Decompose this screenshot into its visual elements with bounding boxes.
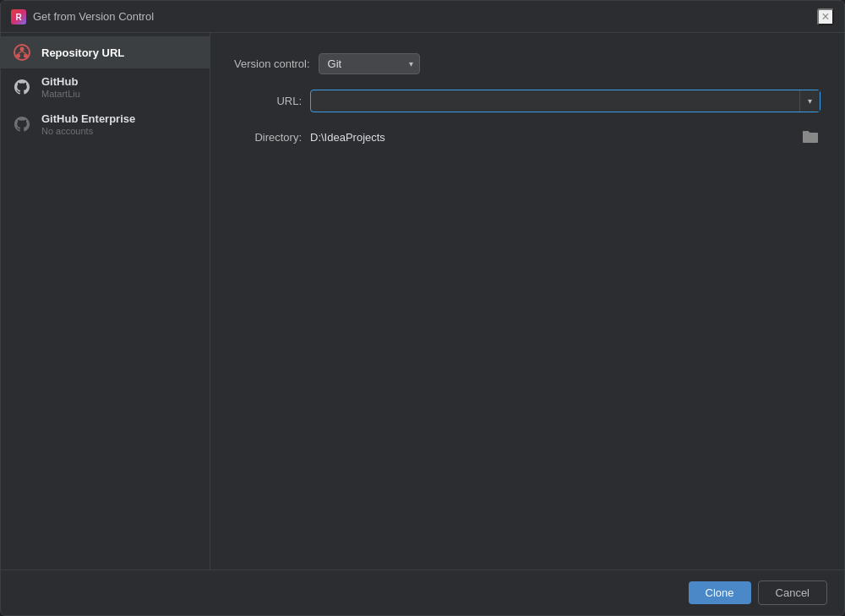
svg-point-4: [16, 54, 20, 58]
sidebar-item-github-content: GitHub MatartLiu: [41, 75, 80, 99]
sidebar-item-github-title: GitHub: [41, 75, 80, 88]
rider-icon: R: [11, 9, 26, 25]
url-input-wrapper: ▾: [310, 90, 820, 112]
dialog: R Get from Version Control ×: [0, 0, 845, 616]
github-enterprise-icon: [13, 115, 31, 134]
url-dropdown-button[interactable]: ▾: [799, 90, 820, 112]
version-control-select-wrapper: Git Mercurial Subversion ▾: [319, 53, 420, 74]
svg-point-5: [24, 54, 28, 58]
cancel-button[interactable]: Cancel: [758, 581, 827, 605]
sidebar-item-github-enterprise-title: GitHub Enterprise: [41, 112, 135, 125]
close-button[interactable]: ×: [817, 8, 834, 25]
dialog-title: Get from Version Control: [33, 10, 154, 23]
sidebar: Repository URL GitHub MatartLiu: [1, 33, 210, 570]
clone-button[interactable]: Clone: [689, 581, 751, 604]
version-control-row: Version control: Git Mercurial Subversio…: [234, 53, 820, 74]
sidebar-item-github[interactable]: GitHub MatartLiu: [1, 68, 210, 106]
footer: Clone Cancel: [1, 570, 844, 615]
directory-label: Directory:: [234, 131, 302, 144]
content: Repository URL GitHub MatartLiu: [1, 33, 844, 570]
sidebar-item-repository-url-content: Repository URL: [41, 46, 124, 59]
sidebar-item-repository-url-title: Repository URL: [41, 46, 124, 59]
svg-text:R: R: [15, 13, 22, 22]
url-input[interactable]: [310, 90, 820, 112]
title-bar-left: R Get from Version Control: [11, 9, 154, 25]
version-control-select[interactable]: Git Mercurial Subversion: [319, 53, 420, 74]
sidebar-item-github-subtitle: MatartLiu: [41, 89, 80, 99]
svg-point-3: [20, 47, 25, 52]
folder-icon: [802, 129, 819, 144]
url-label: URL:: [234, 95, 302, 107]
svg-line-7: [22, 52, 26, 54]
directory-path: D:\IdeaProjects: [310, 131, 385, 144]
url-dropdown-chevron-icon: ▾: [808, 96, 812, 106]
sidebar-item-github-enterprise-subtitle: No accounts: [41, 126, 135, 136]
github-icon: [13, 78, 31, 96]
directory-row: Directory: D:\IdeaProjects: [234, 128, 820, 146]
title-bar: R Get from Version Control ×: [1, 1, 844, 33]
sidebar-item-github-enterprise[interactable]: GitHub Enterprise No accounts: [1, 106, 210, 143]
repository-url-icon: [13, 43, 31, 62]
sidebar-item-repository-url[interactable]: Repository URL: [1, 36, 210, 68]
main-content: Version control: Git Mercurial Subversio…: [210, 33, 844, 570]
svg-line-6: [19, 52, 23, 54]
version-control-label: Version control:: [234, 57, 310, 70]
sidebar-item-github-enterprise-content: GitHub Enterprise No accounts: [41, 112, 135, 136]
directory-browse-button[interactable]: [800, 128, 820, 146]
url-row: URL: ▾: [234, 90, 820, 112]
